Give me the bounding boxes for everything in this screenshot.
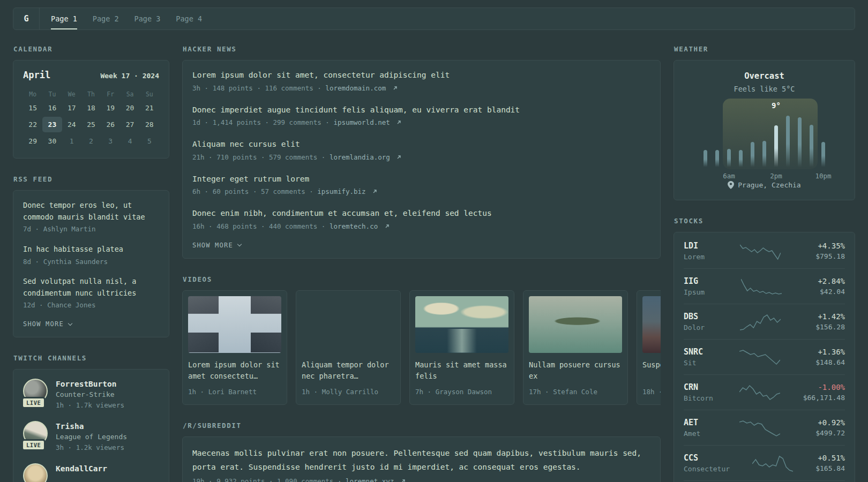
video-title: Nullam posuere cursus ex bbox=[529, 359, 622, 382]
stock-row[interactable]: CCSConsectetur+0.51%$165.84 bbox=[684, 446, 845, 481]
stock-price: $165.84 bbox=[793, 464, 845, 472]
subreddit-post-title[interactable]: Maecenas mollis pulvinar erat non posuer… bbox=[192, 446, 650, 474]
stock-row[interactable]: CRNBitcorn-1.00%$66,171.48 bbox=[684, 375, 845, 410]
weather-feels-like: Feels like 5°C bbox=[684, 85, 845, 93]
rss-item: Sed volutpat nulla nisl, a condimentum n… bbox=[23, 276, 159, 311]
tab-page-4[interactable]: Page 4 bbox=[176, 8, 202, 29]
hackernews-section-title: HACKER NEWS bbox=[183, 45, 660, 53]
stock-info: SNRCSit bbox=[684, 347, 739, 367]
twitch-channel[interactable]: KendallCarr bbox=[23, 463, 159, 482]
calendar-day: 22 bbox=[23, 117, 42, 132]
rss-item-meta: 7d · Ashlyn Martin bbox=[23, 224, 159, 235]
rss-item-title[interactable]: In hac habitasse platea bbox=[23, 244, 159, 255]
chevron-down-icon bbox=[237, 242, 242, 246]
calendar-day: 1 bbox=[62, 133, 81, 149]
video-meta: 17h · Stefan Cole bbox=[529, 387, 622, 397]
calendar-day: 23 bbox=[42, 117, 62, 132]
left-column: CALENDAR April Week 17 · 2024 MoTuWeThFr… bbox=[13, 45, 169, 482]
video-thumbnail bbox=[302, 296, 395, 353]
app-logo[interactable]: G bbox=[13, 8, 40, 29]
stock-sparkline bbox=[752, 454, 793, 473]
video-card[interactable]: Suspendisse diam18h · Tara bbox=[637, 290, 661, 405]
hackernews-show-more-label: SHOW MORE bbox=[192, 242, 233, 249]
stock-values: -1.00%$66,171.48 bbox=[780, 383, 845, 402]
twitch-channel[interactable]: LIVEForrestBurtonCounter-Strike1h · 1.7k… bbox=[23, 379, 159, 411]
hn-item-title[interactable]: Aliquam nec cursus elit bbox=[192, 139, 650, 150]
rss-show-more-button[interactable]: SHOW MORE bbox=[23, 320, 159, 328]
weather-bar bbox=[810, 125, 813, 167]
twitch-avatar-wrap bbox=[23, 463, 48, 482]
hn-item-title[interactable]: Integer eget rutrum lorem bbox=[192, 174, 650, 185]
video-thumbnail bbox=[188, 296, 281, 353]
calendar-day: 25 bbox=[81, 117, 101, 132]
twitch-channel-info: KendallCarr bbox=[56, 463, 107, 473]
weather-axis-label: 2pm bbox=[770, 172, 782, 180]
stock-values: +4.35%$795.18 bbox=[781, 242, 845, 260]
tab-page-1[interactable]: Page 1 bbox=[51, 8, 77, 29]
video-card[interactable]: Aliquam tempor dolor nec pharetra…1h · M… bbox=[296, 290, 401, 405]
video-thumbnail bbox=[529, 296, 622, 353]
hn-item-domain-link[interactable]: loremlandia.org bbox=[330, 153, 401, 161]
weather-bar bbox=[727, 149, 731, 167]
twitch-section-title: TWITCH CHANNELS bbox=[13, 354, 169, 362]
stock-name: Sit bbox=[684, 359, 739, 367]
stock-sparkline bbox=[741, 277, 782, 296]
calendar-day: 27 bbox=[120, 117, 139, 132]
external-link-icon bbox=[396, 155, 401, 160]
stock-row[interactable]: SNRCSit+1.36%$148.64 bbox=[684, 340, 845, 375]
rss-card: Donec tempor eros leo, ut commodo mauris… bbox=[13, 190, 169, 337]
hn-item-domain-link[interactable]: loremdomain.com bbox=[325, 84, 397, 92]
stock-values: +1.42%$156.28 bbox=[781, 312, 845, 331]
rss-section: RSS FEED Donec tempor eros leo, ut commo… bbox=[13, 175, 169, 337]
video-title: Suspendisse diam bbox=[642, 359, 661, 382]
tab-page-2[interactable]: Page 2 bbox=[93, 8, 119, 29]
video-card[interactable]: Lorem ipsum dolor sit amet consectetu…1h… bbox=[182, 290, 287, 405]
rss-item-title[interactable]: Donec tempor eros leo, ut commodo mauris… bbox=[23, 200, 159, 223]
video-list: Lorem ipsum dolor sit amet consectetu…1h… bbox=[182, 290, 661, 405]
video-card[interactable]: Mauris sit amet massa felis7h · Grayson … bbox=[409, 290, 514, 405]
stock-row[interactable]: LDILorem+4.35%$795.18 bbox=[684, 234, 845, 269]
calendar-day-grid: 1516171819202122232425262728293012345 bbox=[23, 100, 159, 149]
hn-item-stats: 16h · 468 points · 440 comments · bbox=[192, 222, 330, 230]
hackernews-show-more-button[interactable]: SHOW MORE bbox=[192, 242, 650, 249]
weather-section: WEATHER Overcast Feels like 5°C 9°6am2pm… bbox=[674, 45, 855, 200]
weather-bar bbox=[821, 142, 825, 167]
tab-page-3[interactable]: Page 3 bbox=[134, 8, 161, 29]
calendar-day: 2 bbox=[81, 133, 101, 149]
video-card[interactable]: Nullam posuere cursus ex17h · Stefan Col… bbox=[523, 290, 628, 405]
hn-item-title[interactable]: Lorem ipsum dolor sit amet, consectetur … bbox=[192, 70, 650, 81]
twitch-channel-meta: 1h · 1.7k viewers bbox=[56, 401, 124, 411]
calendar-week-year: Week 17 · 2024 bbox=[100, 72, 159, 80]
hn-item-title[interactable]: Donec imperdiet augue tincidunt felis al… bbox=[192, 104, 650, 116]
calendar-day: 16 bbox=[42, 100, 62, 116]
stock-name: Ipsum bbox=[684, 288, 741, 296]
hn-item-title[interactable]: Donec enim nibh, condimentum et accumsan… bbox=[192, 208, 650, 220]
stock-row[interactable]: IIGIpsum+2.84%$42.04 bbox=[684, 269, 845, 304]
stock-row[interactable]: AETAmet+0.92%$499.72 bbox=[684, 410, 845, 446]
rss-item-title[interactable]: Sed volutpat nulla nisl, a condimentum n… bbox=[23, 276, 159, 299]
hn-item-domain-link[interactable]: ipsumify.biz bbox=[317, 187, 377, 195]
live-badge: LIVE bbox=[21, 397, 46, 409]
twitch-channel[interactable]: LIVETrishaLeague of Legends3h · 1.2k vie… bbox=[23, 421, 159, 453]
calendar-header: April Week 17 · 2024 bbox=[23, 70, 159, 80]
stock-info: LDILorem bbox=[684, 241, 740, 261]
stock-row[interactable]: DBSDolor+1.42%$156.28 bbox=[684, 304, 845, 340]
hn-item: Aliquam nec cursus elit21h · 710 points … bbox=[192, 139, 650, 163]
stock-values: +2.84%$42.04 bbox=[782, 277, 845, 296]
weather-bar bbox=[704, 150, 707, 167]
calendar-card: April Week 17 · 2024 MoTuWeThFrSaSu 1516… bbox=[13, 60, 169, 159]
subreddit-post-domain-link[interactable]: loremnet.xyz bbox=[346, 477, 406, 482]
stock-values: +0.92%$499.72 bbox=[780, 418, 845, 437]
hn-item-domain-link[interactable]: ipsumworld.net bbox=[333, 118, 401, 126]
middle-column: HACKER NEWS Lorem ipsum dolor sit amet, … bbox=[182, 45, 661, 482]
stock-change: +2.84% bbox=[782, 277, 845, 285]
top-nav: G Page 1Page 2Page 3Page 4 bbox=[13, 7, 855, 30]
weather-card: Overcast Feels like 5°C 9°6am2pm10pm Pra… bbox=[674, 60, 855, 200]
hackernews-list: Lorem ipsum dolor sit amet, consectetur … bbox=[192, 70, 650, 232]
subreddit-list: Maecenas mollis pulvinar erat non posuer… bbox=[192, 446, 650, 482]
weather-condition: Overcast bbox=[684, 71, 845, 81]
videos-section-title: VIDEOS bbox=[183, 275, 660, 283]
stock-price: $42.04 bbox=[782, 288, 845, 296]
hn-item-domain-link[interactable]: loremtech.co bbox=[330, 222, 390, 230]
stock-name: Amet bbox=[684, 430, 739, 438]
